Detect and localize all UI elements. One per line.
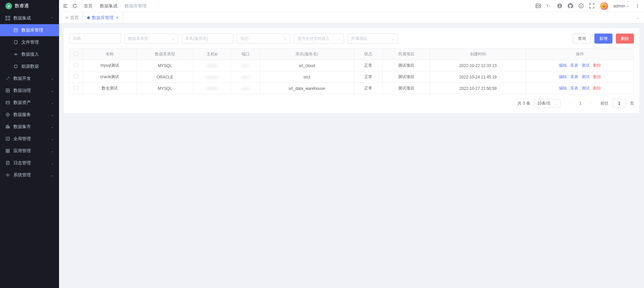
sidebar-item-data-market[interactable]: 数据集市 ⌄ [0, 121, 59, 133]
cell-name: mysql测试 [83, 60, 137, 71]
op-tables[interactable]: 库表 [570, 63, 578, 68]
cell-port: —— [231, 83, 260, 94]
close-icon[interactable]: ✕ [116, 15, 119, 20]
sidebar-item-app-management[interactable]: 应用管理 ⌄ [0, 145, 59, 157]
op-tables[interactable]: 库表 [570, 74, 578, 80]
sidebar-item-data-asset[interactable]: 数据资产 ⌄ [0, 97, 59, 109]
sidebar-item-log-management[interactable]: 日志管理 ⌄ [0, 157, 59, 169]
svg-text:T: T [546, 4, 548, 8]
op-delete[interactable]: 删除 [593, 74, 601, 80]
fullscreen-icon[interactable] [589, 3, 595, 9]
breadcrumb-home[interactable]: 首页 [84, 3, 93, 9]
row-checkbox[interactable] [69, 83, 83, 94]
logo-area[interactable]: n 数睿通 [0, 0, 59, 12]
table-header: 名称 [83, 49, 137, 60]
font-size-icon[interactable]: TT [546, 3, 552, 9]
tab-label: 数据库管理 [92, 15, 114, 21]
op-tables[interactable]: 库表 [570, 85, 578, 91]
cell-project: 测试项目 [383, 60, 430, 71]
cell-created: 2022-10-24 11:45:19 [430, 71, 526, 83]
sidebar-item-data-governance[interactable]: 数据治理 ⌄ [0, 84, 59, 97]
market-icon [5, 124, 10, 129]
op-test[interactable]: 测试 [582, 85, 590, 91]
sidebar-item-data-access[interactable]: 数据接入 [0, 48, 59, 60]
chevron-down-icon: ⌄ [51, 161, 54, 165]
chevron-down-icon: ⌄ [51, 125, 54, 129]
op-edit[interactable]: 编辑 [559, 63, 567, 68]
cell-port: —— [231, 60, 260, 71]
sidebar-item-data-service[interactable]: 数据服务 ⌄ [0, 109, 59, 121]
pagination-size-select[interactable]: 10条/页 ⌄ [534, 99, 561, 108]
row-checkbox[interactable] [69, 71, 83, 83]
pagination-goto-label: 前往 [600, 101, 608, 106]
svg-text:G: G [580, 5, 582, 8]
table-header-checkbox[interactable] [69, 49, 83, 60]
global-icon [5, 136, 10, 141]
sidebar-item-data-integration[interactable]: 数据集成 ⌄ [0, 12, 59, 24]
filter-name-input[interactable] [69, 34, 121, 44]
tab-home[interactable]: 首页 [61, 12, 83, 23]
reload-icon[interactable] [72, 4, 77, 8]
svg-point-15 [6, 113, 9, 116]
sidebar-item-label: 数据开发 [13, 75, 48, 81]
pagination-goto-input[interactable] [612, 99, 626, 108]
service-icon [5, 112, 10, 117]
svg-point-8 [16, 54, 17, 55]
gitee-icon[interactable]: G [579, 3, 584, 9]
search-button[interactable]: 查询 [573, 34, 591, 44]
sidebar-item-data-dev[interactable]: 数据开发 ⌄ [0, 72, 59, 84]
pagination-prev[interactable]: 〈 [565, 99, 573, 108]
svg-rect-3 [8, 19, 10, 20]
user-menu[interactable]: admin ⌄ [613, 3, 629, 8]
svg-rect-13 [6, 101, 9, 104]
tab-db-management[interactable]: 数据库管理 ✕ [83, 12, 123, 23]
op-test[interactable]: 测试 [582, 63, 590, 68]
op-delete[interactable]: 删除 [593, 85, 601, 91]
wand-icon [5, 76, 10, 81]
cell-host: ——— [193, 71, 231, 83]
svg-rect-17 [6, 126, 7, 128]
svg-rect-18 [7, 125, 8, 128]
sidebar-item-source-data[interactable]: 贴源数据 [0, 60, 59, 72]
globe-icon[interactable] [557, 3, 562, 9]
menu-toggle-icon[interactable] [63, 4, 68, 8]
op-edit[interactable]: 编辑 [559, 85, 567, 91]
sidebar-item-global-management[interactable]: 全局管理 ⌄ [0, 133, 59, 145]
tabs-more-icon[interactable]: ⌄ [634, 16, 642, 19]
image-icon[interactable] [536, 3, 541, 9]
sidebar-item-system-management[interactable]: 系统管理 ⌄ [0, 169, 59, 181]
filter-realtime-select[interactable]: 是否支持实时接入⌄ [294, 34, 344, 44]
sidebar-item-file-management[interactable]: 文件管理 [0, 36, 59, 48]
row-checkbox[interactable] [69, 60, 83, 71]
svg-point-41 [637, 5, 638, 6]
filter-status-select[interactable]: 状态⌄ [237, 34, 290, 44]
sidebar-menu: 数据集成 ⌄ 数据库管理 文件管理 数据接入 贴源数据 数据开发 [0, 12, 59, 288]
sidebar-item-label: 数据接入 [21, 51, 54, 57]
avatar[interactable]: 🐱 [600, 2, 608, 10]
op-edit[interactable]: 编辑 [559, 74, 567, 80]
cell-status: 正常 [354, 83, 382, 94]
filter-project-select[interactable]: 所属项目⌄ [347, 34, 398, 44]
pagination-page-number[interactable]: 1 [577, 101, 584, 106]
asset-icon [5, 100, 10, 105]
pagination-total: 共 3 条 [518, 101, 530, 106]
github-icon[interactable] [568, 3, 573, 9]
add-button[interactable]: 新增 [594, 34, 612, 44]
filter-dbname-input[interactable] [181, 34, 233, 44]
cell-dbname: orcl [260, 71, 354, 83]
cell-ops: 编辑库表测试删除 [526, 60, 634, 71]
more-icon[interactable] [635, 3, 640, 9]
delete-button[interactable]: 删除 [616, 34, 634, 44]
filter-dbtype-select[interactable]: 数据库类型⌄ [124, 34, 178, 44]
op-delete[interactable]: 删除 [593, 63, 601, 68]
op-test[interactable]: 测试 [582, 74, 590, 80]
svg-rect-0 [6, 16, 7, 17]
sidebar-item-label: 数据库管理 [21, 27, 54, 33]
sidebar-item-db-management[interactable]: 数据库管理 [0, 24, 59, 36]
svg-rect-19 [9, 126, 9, 128]
breadcrumb-parent[interactable]: 数据集成 [100, 3, 117, 9]
chevron-down-icon: ⌄ [51, 89, 54, 93]
table-row: mysql测试MYSQL—————srt_cloud正常测试项目2022-10-… [69, 60, 634, 71]
pagination-next[interactable]: 〉 [588, 99, 596, 108]
pagination: 共 3 条 10条/页 ⌄ 〈 1 〉 前往 页 [69, 99, 634, 108]
